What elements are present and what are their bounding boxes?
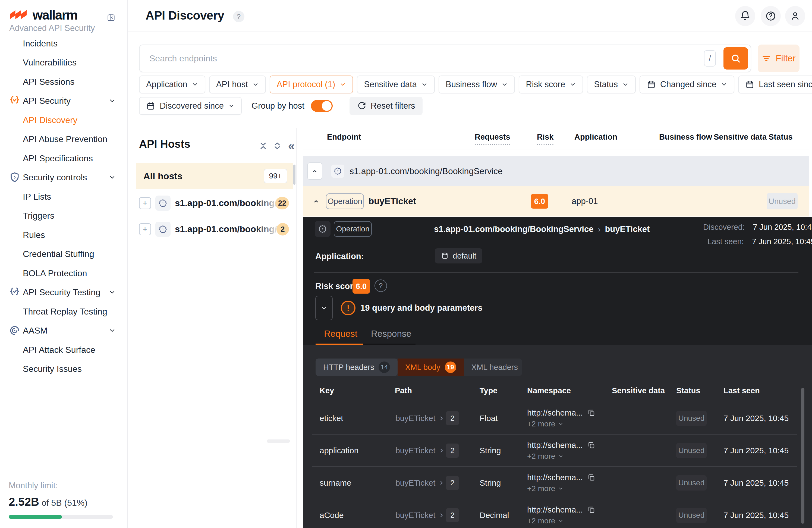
param-path[interactable]: buyETicket xyxy=(395,414,445,423)
filter-chip-discovered-since[interactable]: Discovered since xyxy=(139,97,242,115)
hosts-scrollbar[interactable] xyxy=(293,165,295,185)
param-row-surname[interactable]: surname buyETicket 2 String http://schem… xyxy=(303,467,812,499)
sidebar-item-vulnerabilities[interactable]: Vulnerabilities xyxy=(0,53,127,72)
host-group-row[interactable]: s1.app-01.com/booking/BookingService xyxy=(303,156,809,186)
subtab-xml-headers[interactable]: XML headers xyxy=(464,358,522,376)
operation-row[interactable]: Operation buyETicket 6.0 app-01 Unused xyxy=(303,186,809,216)
sidebar-item-api-attack-surface[interactable]: API Attack Surface xyxy=(0,340,127,359)
sidebar-item-api-sessions[interactable]: API Sessions xyxy=(0,72,127,91)
page-title-help-icon[interactable]: ? xyxy=(233,11,244,22)
namespace-cell: http://schema... +2 more xyxy=(527,408,595,428)
sidebar-item-security-issues[interactable]: Security Issues xyxy=(0,359,127,379)
chevron-down-icon xyxy=(558,486,564,491)
chevron-down-icon xyxy=(228,103,235,109)
host-count-badge: 2 xyxy=(276,223,289,236)
api-hosts-title: API Hosts xyxy=(139,138,190,150)
filter-chip-changed-since[interactable]: Changed since xyxy=(640,75,734,94)
risk-help-icon[interactable]: ? xyxy=(375,280,387,292)
tab-request[interactable]: Request xyxy=(324,329,358,339)
search-box: / xyxy=(139,45,751,72)
column-risk[interactable]: Risk xyxy=(537,132,553,145)
search-button[interactable] xyxy=(724,47,748,70)
param-path[interactable]: buyETicket xyxy=(395,511,445,520)
sidebar-item-triggers[interactable]: Triggers xyxy=(0,206,127,225)
monthly-limit: Monthly limit: 2.52B of 5B (51%) xyxy=(9,481,118,519)
search-input[interactable] xyxy=(149,45,698,72)
sidebar-item-aasm[interactable]: AASM xyxy=(0,321,127,340)
filter-chip-business-flow[interactable]: Business flow xyxy=(439,75,515,94)
collapse-all-icon[interactable] xyxy=(259,141,268,151)
filter-chip-sensitive-data[interactable]: Sensitive data xyxy=(357,75,435,94)
filter-button[interactable]: Filter xyxy=(758,45,799,72)
group-by-host-toggle[interactable] xyxy=(311,100,333,112)
all-hosts-row[interactable]: All hosts 99+ xyxy=(136,163,293,189)
group-by-host-label: Group by host xyxy=(251,101,304,111)
sidebar-item-api-specifications[interactable]: API Specifications xyxy=(0,149,127,168)
namespace-more[interactable]: +2 more xyxy=(527,419,595,428)
expand-plus-icon[interactable]: + xyxy=(139,223,151,235)
param-path[interactable]: buyETicket xyxy=(395,446,445,455)
filter-chip-application[interactable]: Application xyxy=(139,75,205,94)
sidebar-item-security-controls[interactable]: Security controls xyxy=(0,168,127,187)
namespace-more[interactable]: +2 more xyxy=(527,517,595,525)
sidebar-item-threat-replay-testing[interactable]: Threat Replay Testing xyxy=(0,302,127,321)
param-row-acode[interactable]: aCode buyETicket 2 Decimal http://schema… xyxy=(303,499,812,528)
filter-chip-risk-score[interactable]: Risk score xyxy=(519,75,583,94)
sidebar-item-ip-lists[interactable]: IP Lists xyxy=(0,187,127,206)
path-count-badge: 2 xyxy=(446,411,459,425)
hosts-horizontal-scrollbar[interactable] xyxy=(267,440,290,443)
chevron-down-icon xyxy=(192,81,198,88)
param-row-eticket[interactable]: eticket buyETicket 2 Float http://schema… xyxy=(303,402,812,434)
copy-icon xyxy=(587,409,595,417)
params-expander-button[interactable] xyxy=(315,296,333,320)
chevron-down-icon xyxy=(108,327,116,334)
chevron-right-icon xyxy=(439,415,445,421)
sidebar-item-incidents[interactable]: Incidents xyxy=(0,34,127,53)
sidebar-collapse-icon[interactable] xyxy=(106,14,116,22)
payload-subtabs: HTTP headers 14 XML body 19 XML headers xyxy=(316,358,522,376)
expand-plus-icon[interactable]: + xyxy=(139,197,151,209)
tab-response[interactable]: Response xyxy=(371,329,411,339)
host-row-bookingservice[interactable]: + s1.app-01.com/booking/Book 22 xyxy=(128,190,293,216)
param-column-status: Status xyxy=(676,386,700,395)
column-requests[interactable]: Requests xyxy=(475,132,510,145)
subtab-xml-body[interactable]: XML body 19 xyxy=(397,358,464,376)
chevron-down-icon xyxy=(721,81,727,88)
filter-chip-api-protocol[interactable]: API protocol (1) xyxy=(270,75,353,94)
notifications-button[interactable] xyxy=(735,6,755,26)
last-seen-value: 7 Jun 2025, 10:45 xyxy=(724,446,789,455)
sidebar-item-api-discovery[interactable]: API Discovery xyxy=(0,111,127,130)
sidebar-item-api-abuse-prevention[interactable]: API Abuse Prevention xyxy=(0,130,127,148)
profile-button[interactable] xyxy=(785,6,805,26)
risk-score-label: Risk score xyxy=(315,281,358,291)
help-button[interactable] xyxy=(761,6,781,26)
expand-all-icon[interactable] xyxy=(273,141,282,151)
sidebar-item-rules[interactable]: Rules xyxy=(0,225,127,244)
subtab-http-headers[interactable]: HTTP headers 14 xyxy=(316,358,397,376)
brand-name: wallarm xyxy=(33,8,77,23)
namespace-more[interactable]: +2 more xyxy=(527,484,595,493)
param-column-sensitive-data: Sensitive data xyxy=(612,386,665,395)
filter-chip-last-seen-since[interactable]: Last seen since xyxy=(738,75,812,94)
reset-filters-button[interactable]: Reset filters xyxy=(349,97,423,115)
shield-bolt-icon xyxy=(8,171,21,184)
endpoints-table: Endpoint Requests Risk Application Busin… xyxy=(303,128,812,528)
sidebar-item-credential-stuffing[interactable]: Credential Stuffing xyxy=(0,244,127,263)
detail-divider xyxy=(314,272,798,273)
chevron-down-icon xyxy=(558,454,564,459)
host-row-offerservice[interactable]: + s1.app-01.com/booking/Offe 2 xyxy=(128,216,293,242)
chevron-down-icon xyxy=(569,81,576,88)
collapse-panel-icon[interactable]: « xyxy=(287,141,296,151)
filter-chip-api-host[interactable]: API host xyxy=(209,75,266,94)
namespace-more[interactable]: +2 more xyxy=(527,452,595,461)
param-path[interactable]: buyETicket xyxy=(395,478,445,487)
sidebar-item-bola-protection[interactable]: BOLA Protection xyxy=(0,264,127,283)
param-row-application[interactable]: application buyETicket 2 String http://s… xyxy=(303,434,812,467)
application-chip[interactable]: default xyxy=(435,248,482,263)
sidebar-item-api-security[interactable]: API Security xyxy=(0,91,127,110)
detail-scrollbar[interactable] xyxy=(801,388,804,524)
filter-chip-status[interactable]: Status xyxy=(587,75,636,94)
filter-icon xyxy=(762,54,771,63)
collapse-group-button[interactable] xyxy=(307,162,322,180)
sidebar-item-api-security-testing[interactable]: API Security Testing xyxy=(0,283,127,302)
